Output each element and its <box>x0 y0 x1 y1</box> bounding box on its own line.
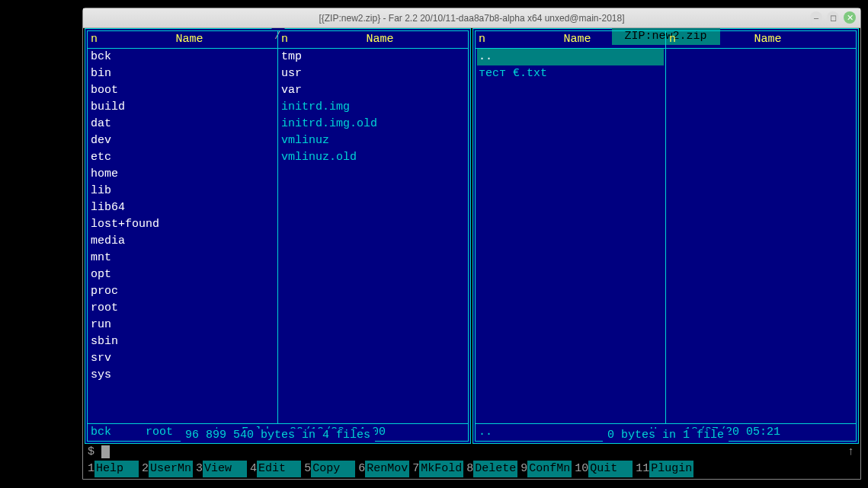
list-item[interactable]: tmp <box>281 49 465 65</box>
fkey-label: UserMn <box>149 461 193 477</box>
fkey-help[interactable]: 1Help <box>85 461 139 477</box>
maximize-icon[interactable]: ◻ <box>827 11 839 24</box>
col-head-name: Name <box>295 31 465 48</box>
fkey-number: 7 <box>409 461 419 477</box>
function-keys-bar: 1Help 2UserMn3View 4Edit 5Copy 6RenMov7M… <box>83 461 860 477</box>
list-item[interactable]: proc <box>91 283 274 300</box>
fkey-plugin[interactable]: 11Plugin <box>633 461 693 477</box>
fkey-view[interactable]: 3View <box>193 461 247 477</box>
list-item[interactable]: boot <box>91 82 274 99</box>
fkey-mkfold[interactable]: 7MkFold <box>409 461 463 477</box>
list-item[interactable]: bck <box>91 49 274 65</box>
list-item[interactable]: bin <box>91 65 274 82</box>
fkey-number: 1 <box>85 461 94 477</box>
col-head-name: Name <box>492 31 662 48</box>
list-item[interactable]: dat <box>91 116 274 132</box>
list-item[interactable]: initrd.img.old <box>281 116 465 132</box>
left-col-1[interactable]: n Name bckbinbootbuilddatdevetchomelibli… <box>88 31 278 423</box>
fkey-label: MkFold <box>419 461 463 477</box>
list-item[interactable]: run <box>91 317 274 333</box>
list-item[interactable]: build <box>91 99 274 116</box>
fkey-label: Edit <box>257 461 301 477</box>
list-item[interactable]: usr <box>281 65 465 82</box>
list-item[interactable]: initrd.img <box>281 99 465 116</box>
fkey-delete[interactable]: 8Delete <box>463 461 517 477</box>
list-item[interactable]: vmlinuz <box>281 132 465 149</box>
list-item[interactable]: vmlinuz.old <box>281 149 465 166</box>
fkey-number: 8 <box>463 461 473 477</box>
fkey-number: 4 <box>247 461 257 477</box>
list-item[interactable]: srv <box>91 350 274 367</box>
list-item[interactable]: dev <box>91 132 274 149</box>
fkey-label: Help <box>94 461 139 477</box>
close-icon[interactable]: ✕ <box>844 11 856 24</box>
fkey-number: 9 <box>517 461 527 477</box>
list-item[interactable]: home <box>91 166 274 183</box>
right-footer: .. Up 18/07/20 05:21 <box>476 423 856 441</box>
fkey-label: ConfMn <box>527 461 572 477</box>
fkey-label: Delete <box>473 461 517 477</box>
minimize-icon[interactable]: – <box>810 11 822 24</box>
list-item[interactable]: .. <box>477 49 664 65</box>
app-window: [{ZIP:new2.zip} - Far 2.2 20/10/11-daa8a… <box>82 8 861 480</box>
fkey-number: 3 <box>193 461 203 477</box>
col-head-n: n <box>91 31 104 48</box>
list-item[interactable]: var <box>281 82 465 99</box>
fkey-label: Plugin <box>649 461 693 477</box>
col-head-n: n <box>669 31 683 48</box>
fkey-label: Quit <box>588 461 633 477</box>
list-item[interactable]: media <box>91 233 274 250</box>
fkey-confmn[interactable]: 9ConfMn <box>517 461 572 477</box>
window-title: [{ZIP:new2.zip} - Far 2.2 20/10/11-daa8a… <box>319 10 624 27</box>
fkey-edit[interactable]: 4Edit <box>247 461 301 477</box>
col-head-name: Name <box>104 31 274 48</box>
list-item[interactable]: sys <box>91 367 274 384</box>
col-head-n: n <box>281 31 295 48</box>
fkey-copy[interactable]: 5Copy <box>301 461 355 477</box>
list-item[interactable]: etc <box>91 149 274 166</box>
fkey-number: 2 <box>139 461 149 477</box>
fkey-number: 5 <box>301 461 311 477</box>
prompt-symbol: $ <box>88 445 94 458</box>
left-col-2[interactable]: n Name tmpusrvarinitrd.imginitrd.img.old… <box>278 31 468 423</box>
list-item[interactable]: lost+found <box>91 216 274 233</box>
fkey-number: 10 <box>572 461 588 477</box>
col-head-n: n <box>479 31 492 48</box>
right-panel[interactable]: ZIP:new2.zip n Name ..тест €.txt <box>472 28 859 444</box>
fkey-number: 11 <box>633 461 649 477</box>
fkey-quit[interactable]: 10Quit <box>572 461 633 477</box>
fkey-renmov[interactable]: 6RenMov <box>355 461 409 477</box>
fkey-number: 6 <box>355 461 365 477</box>
list-item[interactable]: sbin <box>91 333 274 350</box>
fkey-label: Copy <box>311 461 355 477</box>
list-item[interactable]: mnt <box>91 250 274 266</box>
command-prompt[interactable]: $ ↑ <box>83 444 860 461</box>
left-panel[interactable]: / n Name bckbinbootbuilddatdevetchomelib… <box>85 28 471 444</box>
list-item[interactable]: lib64 <box>91 199 274 216</box>
left-footer: bck root root Folder 20/10/20 04:00 <box>88 423 468 441</box>
list-item[interactable]: тест €.txt <box>479 65 662 82</box>
list-item[interactable]: lib <box>91 183 274 199</box>
list-item[interactable]: root <box>91 300 274 317</box>
cursor-icon <box>101 445 110 458</box>
fkey-usermn[interactable]: 2UserMn <box>139 461 193 477</box>
right-col-2[interactable]: n Name <box>666 31 856 423</box>
titlebar[interactable]: [{ZIP:new2.zip} - Far 2.2 20/10/11-daa8a… <box>83 8 860 28</box>
col-head-name: Name <box>683 31 853 48</box>
fkey-label: View <box>203 461 247 477</box>
list-item[interactable]: opt <box>91 266 274 283</box>
fkey-label: RenMov <box>365 461 409 477</box>
right-col-1[interactable]: n Name ..тест €.txt <box>476 31 666 423</box>
up-arrow-icon: ↑ <box>847 444 854 461</box>
terminal-area: 21:13 / n Name bckbinbootbuilddatdev <box>83 28 860 479</box>
